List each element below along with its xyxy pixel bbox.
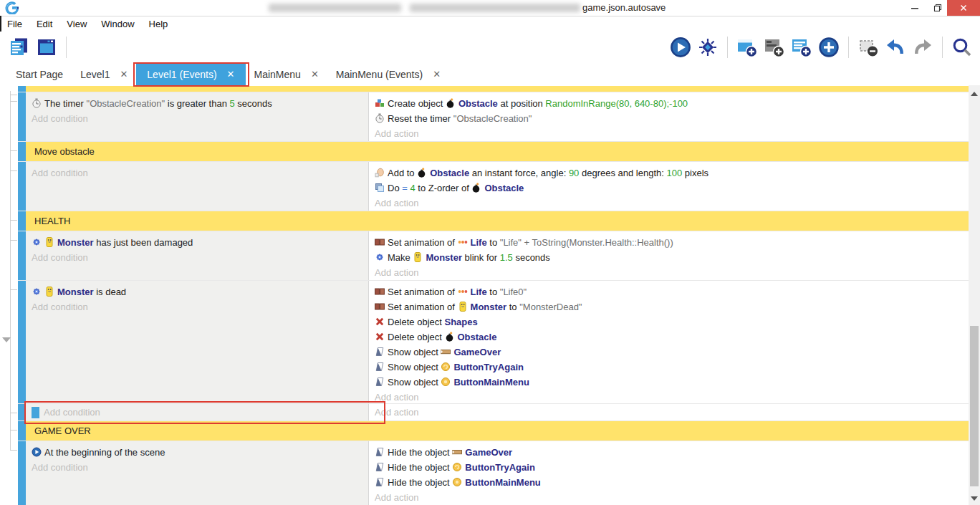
tab-close-icon[interactable]: ✕ [120,69,128,80]
add-action-link[interactable]: Add action [369,390,969,403]
conditions-cell[interactable]: At the beginning of the sceneAdd conditi… [26,441,369,505]
add-action-link[interactable]: Add action [369,265,969,280]
restore-button[interactable] [927,0,948,16]
menu-item-window[interactable]: Window [100,19,141,29]
actions-cell[interactable]: Set animation of Life to "Life0"Set anim… [369,281,969,403]
tab-level1[interactable]: Level1✕ [72,63,136,85]
action-item[interactable]: Delete object Shapes [369,314,969,330]
tab-mainmenu[interactable]: MainMenu✕ [246,63,327,85]
close-button[interactable] [947,0,980,16]
project-manager-icon[interactable] [9,37,30,58]
actions-cell[interactable]: Create object Obstacle at position Rando… [369,92,969,141]
group-header[interactable]: HEALTH [26,211,969,231]
event-row[interactable]: At the beginning of the sceneAdd conditi… [18,441,969,505]
event-row[interactable]: The timer "ObstacleCreation" is greater … [18,92,969,141]
scene-editor-icon[interactable] [36,37,57,58]
add-condition-link[interactable]: Add condition [26,250,368,265]
event-selection-bar[interactable] [18,404,26,420]
action-item[interactable]: Reset the timer "ObstacleCreation" [369,111,969,126]
action-item[interactable]: Hide the object GameOver [369,445,969,460]
conditions-cell[interactable]: The timer "ObstacleCreation" is greater … [26,92,369,141]
action-item[interactable]: Set animation of Life to "Life0" [369,284,969,299]
condition-item[interactable]: Monster is dead [26,284,368,299]
action-item[interactable]: Show object GameOver [369,345,969,360]
action-item[interactable]: Do = 4 to Z-order of Obstacle [369,181,969,196]
add-action-link[interactable]: Add action [369,404,969,420]
menu-item-file[interactable]: File [6,19,29,29]
group-header[interactable]: Move obstacle [26,142,969,161]
tab-start-page[interactable]: Start Page [7,63,72,85]
add-condition-link[interactable]: Add condition [26,165,368,181]
tab-mainmenu-events[interactable]: MainMenu (Events)✕ [327,63,449,85]
menu-item-view[interactable]: View [65,19,94,29]
add-condition-link[interactable]: Add condition [26,460,368,475]
action-item[interactable]: Delete object Obstacle [369,330,969,345]
menu-item-edit[interactable]: Edit [35,19,59,29]
event-selection-bar[interactable] [18,421,26,441]
group-header[interactable] [26,86,969,92]
actions-cell[interactable]: Hide the object GameOverHide the object … [369,441,969,505]
condition-item[interactable]: At the beginning of the scene [26,445,368,460]
group-row-partial[interactable] [18,86,969,92]
event-row[interactable]: Add conditionAdd to Obstacle an instant … [18,162,969,211]
scroll-up-arrow-icon[interactable] [971,92,978,96]
tab-close-icon[interactable]: ✕ [433,69,441,80]
action-item[interactable]: Set animation of Life to "Life" + ToStri… [369,235,969,250]
event-selection-bar[interactable] [18,231,26,280]
remove-event-icon[interactable] [858,37,879,58]
group-row[interactable]: Move obstacle [18,142,969,161]
event-selection-bar[interactable] [18,281,26,403]
event-selection-bar[interactable] [18,92,26,141]
conditions-cell[interactable]: Monster is deadAdd condition [26,281,369,403]
minimize-button[interactable] [904,0,926,16]
event-selection-bar[interactable] [18,441,26,505]
action-item[interactable]: Show object ButtonMainMenu [369,375,969,390]
action-item[interactable]: Create object Obstacle at position Rando… [369,96,969,111]
collapse-arrow-icon[interactable] [2,337,11,342]
undo-icon[interactable] [885,37,906,58]
group-row[interactable]: GAME OVER [18,421,969,441]
actions-cell[interactable]: Set animation of Life to "Life" + ToStri… [369,231,969,280]
add-event-icon[interactable] [736,37,758,58]
event-row[interactable]: Add conditionAdd action [18,404,969,420]
action-item[interactable]: Show object ButtonTryAgain [369,360,969,375]
play-icon[interactable] [670,37,691,58]
event-selection-bar[interactable] [18,162,26,211]
search-icon[interactable] [951,37,973,58]
redo-icon[interactable] [912,37,933,58]
event-row[interactable]: Monster has just been damagedAdd conditi… [18,231,969,280]
event-drag-handle[interactable] [32,407,39,418]
event-selection-bar[interactable] [18,211,26,231]
scrollbar-thumb[interactable] [970,326,979,486]
add-condition-link[interactable]: Add condition [26,404,368,420]
actions-cell[interactable]: Add action [369,404,969,420]
action-item[interactable]: Add to Obstacle an instant force, angle:… [369,165,969,181]
add-comment-icon[interactable] [791,37,812,58]
action-item[interactable]: Make Monster blink for 1.5 seconds [369,250,969,265]
conditions-cell[interactable]: Monster has just been damagedAdd conditi… [26,231,369,280]
tab-level1-events[interactable]: Level1 (Events)✕ [136,63,245,85]
add-subevent-icon[interactable] [764,37,785,58]
debugger-icon[interactable] [697,37,719,58]
menu-item-help[interactable]: Help [148,19,176,29]
add-action-link[interactable]: Add action [369,126,969,141]
tab-close-icon[interactable]: ✕ [227,69,235,80]
condition-item[interactable]: The timer "ObstacleCreation" is greater … [26,96,368,111]
add-action-link[interactable]: Add action [369,196,969,211]
action-item[interactable]: Hide the object ButtonMainMenu [369,475,969,490]
actions-cell[interactable]: Add to Obstacle an instant force, angle:… [369,162,969,211]
add-condition-link[interactable]: Add condition [26,111,368,126]
add-action-link[interactable]: Add action [369,490,969,505]
add-circle-icon[interactable] [818,37,840,58]
conditions-cell[interactable]: Add condition [26,162,369,211]
condition-item[interactable]: Monster has just been damaged [26,235,368,250]
event-row[interactable]: Monster is deadAdd conditionSet animatio… [18,281,969,403]
add-condition-link[interactable]: Add condition [26,299,368,314]
tab-close-icon[interactable]: ✕ [311,69,319,80]
conditions-cell[interactable]: Add condition [26,404,369,420]
group-header[interactable]: GAME OVER [26,421,969,441]
action-item[interactable]: Hide the object ButtonTryAgain [369,460,969,475]
group-row[interactable]: HEALTH [18,211,969,231]
vertical-scrollbar[interactable] [969,85,980,505]
event-selection-bar[interactable] [18,142,26,161]
